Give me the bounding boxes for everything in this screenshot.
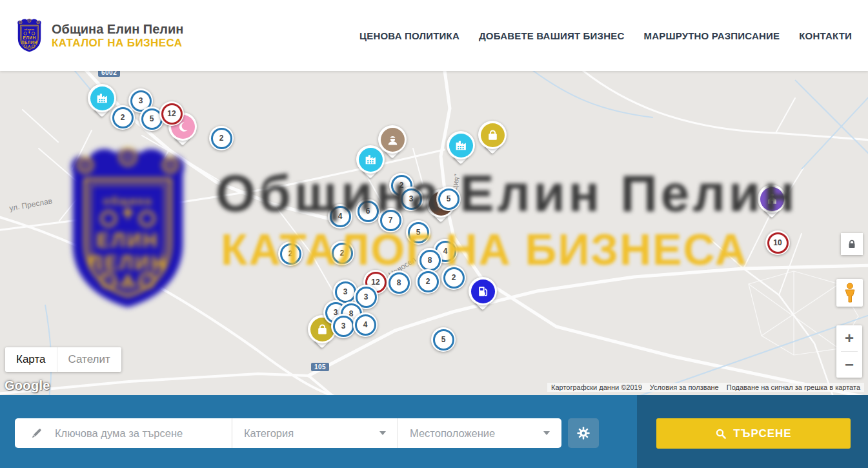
nav-pricing-policy[interactable]: ЦЕНОВА ПОЛИТИКА: [359, 30, 459, 41]
pencil-icon: [30, 427, 43, 440]
map-canvas[interactable]: 32512223564752248128223338345106002105ул…: [0, 71, 868, 395]
cluster-count: 8: [397, 278, 401, 287]
cluster-count: 8: [428, 256, 432, 265]
cluster-marker[interactable]: 2: [110, 105, 135, 130]
lock-button[interactable]: [841, 233, 863, 255]
category-select[interactable]: Категория: [232, 418, 398, 448]
map-attribution: Картографски данни ©2019 Условия за полз…: [547, 383, 864, 392]
markers-layer: 32512223564752248128223338345106002105ул…: [0, 71, 868, 395]
gear-icon: [576, 426, 590, 440]
road-number-badge: 6002: [98, 71, 120, 77]
pin-marker-fuel[interactable]: [469, 277, 497, 314]
pin-bubble: [469, 277, 497, 305]
pin-marker-factory[interactable]: [447, 131, 475, 168]
cluster-count: 2: [288, 249, 293, 258]
cluster-ring: 5: [408, 222, 429, 243]
location-select[interactable]: Местоположение: [398, 418, 561, 448]
pin-marker-factory[interactable]: [356, 145, 385, 183]
fuel-icon: [471, 280, 495, 303]
cluster-marker[interactable]: 5: [436, 187, 461, 211]
cluster-ring: 2: [418, 271, 439, 292]
nav-route-schedule[interactable]: МАРШРУТНО РАЗПИСАНИЕ: [643, 30, 780, 41]
chevron-down-icon: [379, 431, 386, 435]
street-view-pegman[interactable]: [836, 279, 863, 307]
pin-marker-church[interactable]: [758, 185, 786, 222]
cluster-marker[interactable]: 5: [406, 220, 430, 245]
cluster-count: 2: [219, 134, 224, 143]
pin-bubble: [478, 121, 507, 149]
zoom-in-button[interactable]: +: [836, 325, 862, 351]
cluster-marker[interactable]: 2: [278, 241, 303, 266]
cluster-ring: 8: [389, 272, 410, 294]
pin-bubble: [356, 145, 385, 174]
municipality-crest-icon: [14, 16, 45, 55]
cluster-marker[interactable]: 7: [378, 208, 403, 232]
terms-of-use-link[interactable]: Условия за ползване: [646, 383, 723, 392]
cluster-marker[interactable]: 2: [416, 269, 440, 294]
cluster-ring: 12: [161, 103, 183, 125]
cluster-marker[interactable]: 5: [431, 327, 456, 352]
cluster-ring: 8: [419, 250, 441, 271]
report-map-error-link[interactable]: Подаване на сигнал за грешка в картата: [723, 383, 864, 392]
cluster-count: 4: [443, 247, 448, 256]
cluster-count: 12: [371, 278, 379, 287]
keyword-input[interactable]: [54, 427, 211, 440]
cluster-marker[interactable]: 4: [328, 204, 352, 229]
nav-add-your-business[interactable]: ДОБАВЕТЕ ВАШИЯТ БИЗНЕС: [479, 30, 624, 41]
cluster-marker[interactable]: 8: [387, 270, 411, 295]
cluster-marker[interactable]: 10: [765, 230, 790, 255]
pin-bubble: [447, 131, 475, 159]
cluster-count: 3: [139, 96, 143, 105]
map-type-satellite-button[interactable]: Сателит: [57, 347, 121, 372]
cluster-marker[interactable]: 3: [331, 314, 356, 338]
cluster-ring: 2: [332, 243, 353, 264]
cluster-count: 2: [121, 113, 125, 122]
main-nav: ЦЕНОВА ПОЛИТИКА ДОБАВЕТЕ ВАШИЯТ БИЗНЕС М…: [359, 30, 852, 41]
keyword-section: [15, 418, 232, 448]
cluster-count: 4: [363, 320, 368, 329]
cluster-ring: 6: [358, 201, 379, 222]
cluster-ring: 3: [333, 316, 354, 337]
cluster-marker[interactable]: 2: [441, 265, 466, 290]
search-button[interactable]: ТЪРСЕНЕ: [656, 418, 851, 449]
cluster-count: 5: [150, 114, 154, 123]
cluster-marker[interactable]: 2: [330, 241, 354, 265]
nav-contacts[interactable]: КОНТАКТИ: [799, 30, 852, 41]
cluster-ring: 2: [443, 267, 465, 289]
cluster-ring: 3: [401, 188, 422, 210]
cluster-count: 2: [399, 181, 404, 190]
site-title: Община Елин Пелин: [52, 22, 183, 37]
zoom-out-button[interactable]: −: [836, 352, 862, 378]
factory-icon: [90, 86, 114, 110]
cluster-count: 2: [452, 273, 456, 282]
cluster-marker[interactable]: 12: [159, 101, 184, 126]
factory-icon: [359, 148, 383, 172]
map-type-map-button[interactable]: Карта: [5, 347, 57, 372]
search-button-label: ТЪРСЕНЕ: [733, 427, 791, 440]
pin-bubble: [88, 84, 116, 112]
cluster-marker[interactable]: 2: [209, 126, 234, 150]
cluster-count: 5: [447, 194, 451, 203]
cluster-ring: 5: [433, 329, 454, 351]
cluster-count: 12: [167, 109, 176, 118]
cluster-count: 6: [366, 207, 370, 216]
cluster-marker[interactable]: 6: [356, 199, 380, 223]
cluster-ring: 7: [380, 210, 401, 231]
cluster-count: 2: [426, 277, 430, 286]
pegman-icon: [842, 282, 858, 304]
search-icon: [715, 428, 727, 440]
cluster-ring: 2: [112, 107, 134, 128]
pin-marker-bag[interactable]: [478, 121, 507, 158]
search-bar: ТЪРСЕНЕ Категория Местоположение: [0, 395, 868, 468]
advanced-search-button[interactable]: [568, 418, 599, 448]
lock-icon: [846, 238, 858, 250]
site-logo[interactable]: Община Елин Пелин КАТАЛОГ НА БИЗНЕСА: [14, 16, 183, 55]
cluster-count: 3: [409, 194, 414, 203]
cluster-count: 2: [340, 249, 345, 258]
cluster-ring: 2: [280, 243, 301, 265]
map-type-control: Карта Сателит: [5, 347, 121, 372]
cluster-marker[interactable]: 3: [399, 187, 423, 211]
google-logo[interactable]: Google: [5, 378, 50, 393]
cluster-marker[interactable]: 4: [353, 312, 378, 337]
cluster-count: 3: [343, 287, 348, 296]
